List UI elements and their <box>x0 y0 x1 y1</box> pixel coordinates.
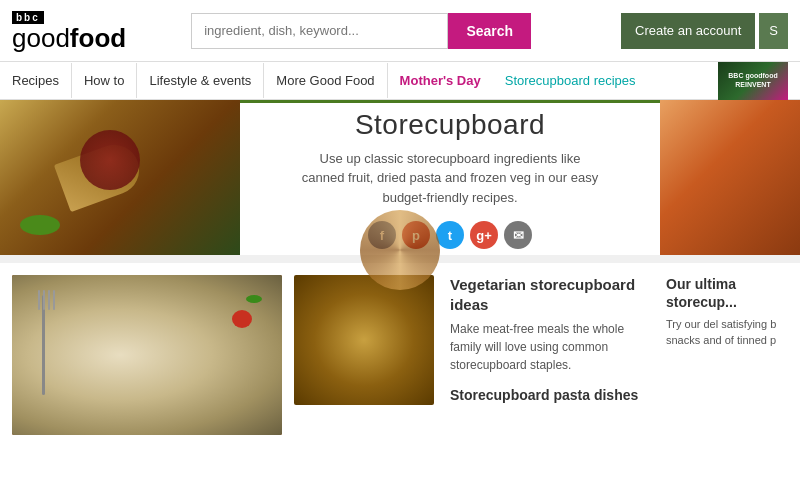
nav-item-lifestyle[interactable]: Lifestyle & events <box>137 63 264 98</box>
article-text-block: Vegetarian storecupboard ideas Make meat… <box>446 275 658 435</box>
create-account-button[interactable]: Create an account <box>621 13 755 49</box>
fork-tines-decoration <box>38 290 55 310</box>
large-card-image <box>12 275 282 435</box>
hero-title: Storecupboard <box>355 109 545 141</box>
sidebar-card-title[interactable]: Our ultima storecup... <box>666 275 788 311</box>
nav-item-storecupboard[interactable]: Storecupboard recipes <box>493 63 648 98</box>
hero-right-image <box>660 100 800 255</box>
nav-item-howto[interactable]: How to <box>72 63 137 98</box>
search-area: Search <box>191 13 531 49</box>
magazine-text: BBC goodfood REINVENT <box>718 72 788 89</box>
article-title-1[interactable]: Vegetarian storecupboard ideas <box>450 275 654 314</box>
fork-decoration <box>42 295 45 395</box>
header: bbc goodfood Search Create an account S <box>0 0 800 62</box>
nav-item-recipes[interactable]: Recipes <box>12 63 72 98</box>
tomato-decoration <box>232 310 252 328</box>
logo-good: good <box>12 23 70 53</box>
nav-item-moregoodfood[interactable]: More Good Food <box>264 63 387 98</box>
email-icon[interactable]: ✉ <box>504 221 532 249</box>
hero-center: Storecupboard Use up classic storecupboa… <box>240 100 660 255</box>
hero-left-image <box>0 100 240 255</box>
sidebar-card: Our ultima storecup... Try our del satis… <box>658 275 788 435</box>
header-actions: Create an account S <box>621 13 788 49</box>
sidebar-card-text: Our ultima storecup... Try our del satis… <box>658 275 788 348</box>
pasta-spiral-visual <box>360 275 434 290</box>
sidebar-card-desc: Try our del satisfying b snacks and of t… <box>666 317 788 348</box>
article-title-2[interactable]: Storecupboard pasta dishes <box>450 386 654 404</box>
googleplus-icon[interactable]: g+ <box>470 221 498 249</box>
nav-items: Recipes How to Lifestyle & events More G… <box>12 63 718 98</box>
nav-magazine: BBC goodfood REINVENT <box>718 62 788 100</box>
logo[interactable]: bbc goodfood <box>12 11 126 51</box>
article-desc-1: Make meat-free meals the whole family wi… <box>450 320 654 374</box>
search-button[interactable]: Search <box>448 13 531 49</box>
twitter-icon[interactable]: t <box>436 221 464 249</box>
nav: Recipes How to Lifestyle & events More G… <box>0 62 800 100</box>
logo-food: food <box>70 23 126 53</box>
magazine-image[interactable]: BBC goodfood REINVENT <box>718 62 788 100</box>
hero-right-food-image <box>660 100 800 255</box>
food-beans-decoration <box>80 130 140 190</box>
signin-button[interactable]: S <box>759 13 788 49</box>
goodfood-logo: goodfood <box>12 25 126 51</box>
search-input[interactable] <box>191 13 448 49</box>
hero-left-food-image <box>0 100 240 255</box>
hero-description: Use up classic storecupboard ingredients… <box>300 149 600 208</box>
food-green-decoration <box>20 215 60 235</box>
large-card[interactable] <box>12 275 282 435</box>
medium-card-image <box>294 275 434 405</box>
medium-card[interactable] <box>294 275 434 435</box>
content-area: Vegetarian storecupboard ideas Make meat… <box>0 263 800 447</box>
nav-item-mothersday[interactable]: Mother's Day <box>388 63 493 98</box>
herb-decoration <box>246 295 262 303</box>
